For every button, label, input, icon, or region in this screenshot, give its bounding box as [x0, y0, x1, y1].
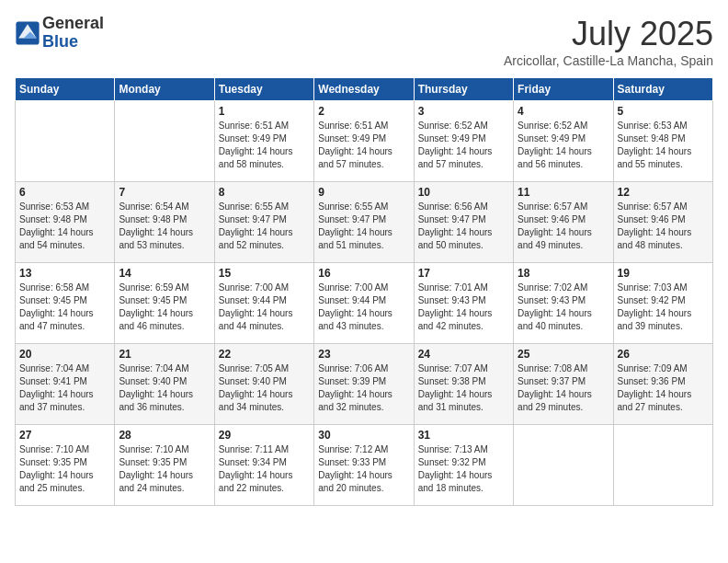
- daylight-text: Daylight: 14 hours and 39 minutes.: [618, 308, 692, 331]
- daylight-text: Daylight: 14 hours and 44 minutes.: [219, 308, 293, 331]
- title-block: July 2025 Arcicollar, Castille-La Mancha…: [504, 15, 713, 68]
- sunset-text: Sunset: 9:42 PM: [618, 295, 686, 305]
- calendar-day-cell: 3 Sunrise: 6:52 AM Sunset: 9:49 PM Dayli…: [414, 101, 513, 182]
- day-info: Sunrise: 6:57 AM Sunset: 9:46 PM Dayligh…: [518, 201, 609, 252]
- day-info: Sunrise: 6:55 AM Sunset: 9:47 PM Dayligh…: [219, 201, 310, 252]
- daylight-text: Daylight: 14 hours and 50 minutes.: [418, 227, 493, 250]
- day-number: 6: [19, 186, 110, 199]
- sunset-text: Sunset: 9:44 PM: [318, 295, 386, 305]
- calendar-day-cell: 12 Sunrise: 6:57 AM Sunset: 9:46 PM Dayl…: [613, 182, 712, 263]
- sunset-text: Sunset: 9:35 PM: [19, 457, 87, 467]
- day-info: Sunrise: 6:52 AM Sunset: 9:49 PM Dayligh…: [418, 120, 509, 171]
- sunset-text: Sunset: 9:49 PM: [518, 133, 586, 144]
- day-info: Sunrise: 6:53 AM Sunset: 9:48 PM Dayligh…: [618, 120, 709, 171]
- calendar-day-cell: 24 Sunrise: 7:07 AM Sunset: 9:38 PM Dayl…: [414, 344, 513, 425]
- sunrise-text: Sunrise: 6:59 AM: [119, 282, 188, 293]
- day-number: 9: [318, 186, 409, 199]
- sunrise-text: Sunrise: 7:07 AM: [418, 363, 488, 373]
- sunset-text: Sunset: 9:36 PM: [618, 376, 686, 386]
- day-info: Sunrise: 7:01 AM Sunset: 9:43 PM Dayligh…: [418, 282, 509, 333]
- day-info: Sunrise: 6:52 AM Sunset: 9:49 PM Dayligh…: [518, 120, 609, 171]
- day-number: 21: [119, 348, 210, 361]
- sunrise-text: Sunrise: 6:51 AM: [219, 121, 289, 131]
- daylight-text: Daylight: 14 hours and 58 minutes.: [219, 146, 293, 169]
- day-number: 10: [418, 186, 509, 199]
- daylight-text: Daylight: 14 hours and 47 minutes.: [19, 308, 94, 331]
- location: Arcicollar, Castille-La Mancha, Spain: [504, 53, 713, 68]
- day-number: 1: [219, 105, 310, 118]
- daylight-text: Daylight: 14 hours and 31 minutes.: [418, 389, 493, 412]
- daylight-text: Daylight: 14 hours and 57 minutes.: [418, 146, 493, 169]
- sunrise-text: Sunrise: 6:58 AM: [19, 282, 89, 293]
- sunset-text: Sunset: 9:45 PM: [119, 295, 187, 305]
- sunrise-text: Sunrise: 7:00 AM: [219, 282, 289, 293]
- daylight-text: Daylight: 14 hours and 34 minutes.: [219, 389, 293, 412]
- day-info: Sunrise: 7:04 AM Sunset: 9:41 PM Dayligh…: [19, 362, 110, 414]
- day-info: Sunrise: 6:56 AM Sunset: 9:47 PM Dayligh…: [418, 201, 509, 252]
- weekday-header: Sunday: [16, 78, 115, 101]
- calendar-day-cell: 18 Sunrise: 7:02 AM Sunset: 9:43 PM Dayl…: [514, 263, 613, 344]
- daylight-text: Daylight: 14 hours and 29 minutes.: [518, 389, 592, 412]
- sunrise-text: Sunrise: 6:53 AM: [618, 121, 688, 131]
- sunrise-text: Sunrise: 7:09 AM: [618, 363, 688, 373]
- sunset-text: Sunset: 9:40 PM: [219, 376, 287, 386]
- calendar-day-cell: 21 Sunrise: 7:04 AM Sunset: 9:40 PM Dayl…: [115, 344, 214, 425]
- sunset-text: Sunset: 9:45 PM: [19, 295, 87, 305]
- calendar-day-cell: [514, 425, 613, 506]
- sunrise-text: Sunrise: 6:56 AM: [418, 201, 488, 212]
- sunrise-text: Sunrise: 7:02 AM: [518, 282, 587, 293]
- day-number: 20: [19, 348, 110, 361]
- daylight-text: Daylight: 14 hours and 49 minutes.: [518, 227, 592, 250]
- weekday-header: Monday: [115, 78, 214, 101]
- calendar-day-cell: 20 Sunrise: 7:04 AM Sunset: 9:41 PM Dayl…: [16, 344, 115, 425]
- day-number: 18: [518, 267, 609, 280]
- sunrise-text: Sunrise: 7:04 AM: [19, 363, 89, 373]
- daylight-text: Daylight: 14 hours and 48 minutes.: [618, 227, 692, 250]
- sunset-text: Sunset: 9:47 PM: [418, 214, 486, 224]
- calendar-day-cell: 30 Sunrise: 7:12 AM Sunset: 9:33 PM Dayl…: [314, 425, 414, 506]
- day-info: Sunrise: 7:09 AM Sunset: 9:36 PM Dayligh…: [618, 362, 709, 414]
- day-info: Sunrise: 7:03 AM Sunset: 9:42 PM Dayligh…: [618, 282, 709, 333]
- daylight-text: Daylight: 14 hours and 52 minutes.: [219, 227, 293, 250]
- daylight-text: Daylight: 14 hours and 37 minutes.: [19, 389, 94, 412]
- day-number: 25: [518, 348, 609, 361]
- calendar-day-cell: 8 Sunrise: 6:55 AM Sunset: 9:47 PM Dayli…: [214, 182, 313, 263]
- day-number: 8: [219, 186, 310, 199]
- sunset-text: Sunset: 9:49 PM: [418, 133, 486, 144]
- calendar-day-cell: [16, 101, 115, 182]
- sunrise-text: Sunrise: 6:54 AM: [119, 201, 188, 212]
- sunset-text: Sunset: 9:35 PM: [119, 457, 187, 467]
- day-info: Sunrise: 7:05 AM Sunset: 9:40 PM Dayligh…: [219, 362, 310, 414]
- day-number: 22: [219, 348, 310, 361]
- daylight-text: Daylight: 14 hours and 53 minutes.: [119, 227, 193, 250]
- day-number: 11: [518, 186, 609, 199]
- sunrise-text: Sunrise: 6:57 AM: [518, 201, 587, 212]
- calendar-week-row: 27 Sunrise: 7:10 AM Sunset: 9:35 PM Dayl…: [16, 425, 713, 506]
- calendar-day-cell: 22 Sunrise: 7:05 AM Sunset: 9:40 PM Dayl…: [214, 344, 313, 425]
- daylight-text: Daylight: 14 hours and 40 minutes.: [518, 308, 592, 331]
- day-number: 29: [219, 429, 310, 442]
- day-info: Sunrise: 7:13 AM Sunset: 9:32 PM Dayligh…: [418, 443, 509, 495]
- sunrise-text: Sunrise: 7:04 AM: [119, 363, 188, 373]
- daylight-text: Daylight: 14 hours and 42 minutes.: [418, 308, 493, 331]
- calendar-week-row: 13 Sunrise: 6:58 AM Sunset: 9:45 PM Dayl…: [16, 263, 713, 344]
- day-number: 17: [418, 267, 509, 280]
- sunset-text: Sunset: 9:49 PM: [318, 133, 386, 144]
- sunrise-text: Sunrise: 6:53 AM: [19, 201, 89, 212]
- calendar-day-cell: [115, 101, 214, 182]
- daylight-text: Daylight: 14 hours and 55 minutes.: [618, 146, 692, 169]
- day-info: Sunrise: 7:10 AM Sunset: 9:35 PM Dayligh…: [19, 443, 110, 495]
- logo-general: General Blue: [42, 15, 104, 52]
- daylight-text: Daylight: 14 hours and 32 minutes.: [318, 389, 392, 412]
- sunset-text: Sunset: 9:43 PM: [418, 295, 486, 305]
- calendar-day-cell: 15 Sunrise: 7:00 AM Sunset: 9:44 PM Dayl…: [214, 263, 313, 344]
- sunset-text: Sunset: 9:41 PM: [19, 376, 87, 386]
- calendar-week-row: 6 Sunrise: 6:53 AM Sunset: 9:48 PM Dayli…: [16, 182, 713, 263]
- calendar-table: SundayMondayTuesdayWednesdayThursdayFrid…: [15, 77, 713, 506]
- calendar-week-row: 1 Sunrise: 6:51 AM Sunset: 9:49 PM Dayli…: [16, 101, 713, 182]
- daylight-text: Daylight: 14 hours and 36 minutes.: [119, 389, 193, 412]
- logo: General Blue: [15, 15, 104, 52]
- day-number: 23: [318, 348, 409, 361]
- sunset-text: Sunset: 9:38 PM: [418, 376, 486, 386]
- sunrise-text: Sunrise: 6:55 AM: [219, 201, 289, 212]
